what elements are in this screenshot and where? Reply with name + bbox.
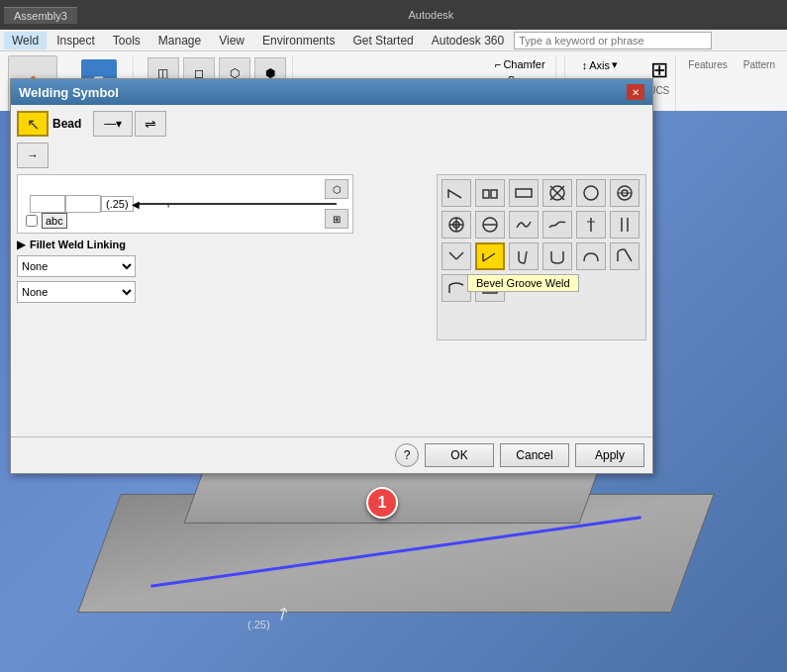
dialog-title-bar: Welding Symbol ✕ (11, 79, 652, 105)
sym-square-2[interactable] (509, 179, 539, 207)
sym-plug[interactable] (542, 179, 572, 207)
dialog-close-btn[interactable]: ✕ (627, 84, 644, 100)
arrow-tool-btn[interactable]: → (17, 143, 49, 168)
menu-get-started[interactable]: Get Started (344, 32, 421, 49)
svg-line-20 (449, 252, 456, 259)
fillet-section: ▶ Fillet Weld Linking None None (17, 238, 353, 303)
tab-assembly[interactable]: Assembly3 (4, 7, 77, 24)
symbol-grid: Bevel Groove Weld (437, 174, 646, 340)
sym-edge-1[interactable] (576, 211, 606, 239)
search-input[interactable] (514, 32, 712, 49)
menu-bar: Weld Inspect Tools Manage View Environme… (0, 30, 787, 51)
menu-autodesk360[interactable]: Autodesk 360 (424, 32, 512, 49)
dialog-content: ⬡ ⊞ (.25) ◀ (17, 174, 646, 431)
fillet-dropdown-1[interactable]: None (17, 255, 136, 277)
svg-line-26 (625, 249, 632, 261)
svg-rect-1 (491, 190, 497, 198)
fillet-header: ▶ Fillet Weld Linking (17, 238, 353, 251)
sym-back[interactable] (475, 211, 505, 239)
step-marker-1: 1 (366, 487, 398, 519)
dialog-footer: ? OK Cancel Apply (11, 436, 652, 473)
sym-melt[interactable] (509, 211, 539, 239)
dialog-right-panel: Bevel Groove Weld (359, 174, 646, 431)
sym-flange[interactable] (442, 242, 471, 270)
weld-size-input[interactable] (30, 195, 65, 213)
svg-line-21 (456, 252, 463, 259)
scale-btn[interactable]: ⬡ (325, 179, 348, 199)
line-tool-btn[interactable]: —▾ (93, 111, 133, 137)
dialog-toolbar-2: → (17, 143, 646, 168)
sym-seam-2[interactable] (442, 211, 471, 239)
app-title: Autodesk (79, 9, 783, 21)
fillet-dropdown-row-1: None (17, 255, 353, 277)
menu-inspect[interactable]: Inspect (49, 32, 103, 49)
sym-spot[interactable] (576, 179, 606, 207)
weld-dim-display: (.25) (101, 196, 134, 212)
menu-tools[interactable]: Tools (105, 32, 148, 49)
sym-u-groove[interactable] (542, 242, 572, 270)
sym-j-groove[interactable] (509, 242, 539, 270)
sym-square-1[interactable] (475, 179, 505, 207)
sym-seam-1[interactable] (610, 179, 639, 207)
weld-length-input[interactable] (65, 195, 101, 213)
dialog-left-panel: ⬡ ⊞ (.25) ◀ (17, 174, 353, 431)
fillet-dropdown-2[interactable]: None (17, 281, 136, 303)
weld-arrow-line: ◀ ⌐ (138, 203, 337, 205)
abc-checkbox[interactable] (26, 215, 38, 227)
svg-line-24 (525, 251, 527, 263)
welding-symbol-dialog: Welding Symbol ✕ ↖ Bead —▾ ⇌ → (10, 78, 653, 474)
svg-rect-2 (516, 189, 532, 197)
dialog-cancel-btn[interactable]: Cancel (500, 443, 569, 467)
dialog-apply-btn[interactable]: Apply (575, 443, 644, 467)
menu-weld[interactable]: Weld (4, 32, 47, 49)
sym-flarev[interactable] (576, 242, 606, 270)
fillet-dropdown-row-2: None (17, 281, 353, 303)
extra-tools: —▾ ⇌ (93, 111, 166, 137)
bead-label: Bead (52, 117, 81, 131)
dialog-ok-btn[interactable]: OK (425, 443, 494, 467)
bead-tool-btn[interactable]: ↖ (17, 111, 49, 137)
sym-flare-bevel[interactable] (442, 274, 471, 302)
svg-line-23 (483, 253, 495, 261)
svg-rect-0 (483, 190, 489, 198)
fit-btn[interactable]: ⊞ (325, 209, 348, 229)
sym-stud[interactable] (610, 211, 639, 239)
sym-square-butt[interactable] (475, 274, 505, 302)
abc-row: abc (26, 213, 67, 229)
sym-surface[interactable] (542, 211, 572, 239)
dimension-label: (.25) (247, 619, 270, 630)
dialog-title: Welding Symbol (19, 85, 119, 100)
dialog-body: ↖ Bead —▾ ⇌ → (11, 105, 652, 436)
svg-point-6 (584, 186, 598, 200)
sym-bevel-groove[interactable]: Bevel Groove Weld (475, 242, 505, 270)
title-bar: Assembly3 Autodesk (0, 0, 787, 30)
menu-environments[interactable]: Environments (254, 32, 343, 49)
dialog-toolbar: ↖ Bead —▾ ⇌ (17, 111, 646, 137)
weld-diagram-area: ⬡ ⊞ (.25) ◀ (17, 174, 353, 234)
ribbon-chamfer-btn[interactable]: ⌐Chamfer (491, 57, 549, 71)
weld-line-graphic: (.25) ◀ ⌐ (22, 195, 348, 213)
dialog-help-btn[interactable]: ? (395, 443, 419, 467)
menu-manage[interactable]: Manage (150, 32, 209, 49)
ribbon-axis-btn[interactable]: ↕Axis▾ (578, 57, 622, 72)
menu-view[interactable]: View (211, 32, 252, 49)
sym-corner-flange[interactable] (610, 242, 639, 270)
abc-label: abc (42, 213, 67, 229)
transfer-tool-btn[interactable]: ⇌ (135, 111, 166, 137)
sym-fillet[interactable] (442, 179, 471, 207)
fillet-label: Fillet Weld Linking (30, 239, 126, 250)
